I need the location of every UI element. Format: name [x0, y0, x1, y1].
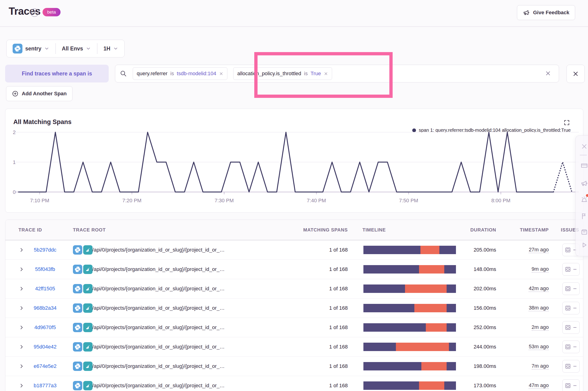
give-feedback-button[interactable]: Give Feedback	[517, 5, 575, 20]
filter-divider	[55, 43, 56, 54]
minus-icon	[573, 267, 577, 272]
timestamp-value[interactable]: 42m ago	[529, 286, 549, 292]
trace-root-project-icons	[73, 337, 94, 356]
column-header-timestamp[interactable]: TIMESTAMP	[502, 220, 549, 240]
timeline-segment-red	[419, 265, 445, 274]
environment-selector[interactable]: All Envs	[62, 46, 91, 52]
minus-icon	[573, 286, 577, 291]
megaphone-icon[interactable]	[581, 180, 588, 187]
project-selector[interactable]: sentry	[13, 44, 49, 53]
issues-button[interactable]	[562, 360, 580, 373]
timeline-segment-purple	[363, 343, 396, 351]
timeline-bar[interactable]	[363, 246, 456, 254]
filter-divider	[97, 43, 98, 54]
inbox-icon[interactable]	[581, 228, 588, 236]
expand-row-chevron-icon[interactable]	[19, 376, 26, 391]
duration-value: 173.00ms	[449, 376, 496, 391]
filter-chip[interactable]: allocation_policy.is_throttledisTrue	[233, 67, 332, 80]
fullscreen-icon[interactable]	[564, 119, 570, 126]
timeline-segment-purple	[363, 304, 414, 312]
column-header-trace-id[interactable]: TRACE ID	[18, 220, 42, 240]
toolbar-divider	[580, 155, 587, 155]
project-selector-label: sentry	[25, 46, 41, 52]
timeline-bar[interactable]	[363, 265, 456, 274]
series-line-dashed	[553, 162, 572, 192]
close-icon	[572, 70, 579, 77]
expand-row-chevron-icon[interactable]	[19, 337, 26, 356]
trace-id-link[interactable]: 55f043fb	[28, 260, 63, 279]
expand-row-chevron-icon[interactable]	[19, 298, 26, 318]
trace-id-link[interactable]: 5b297ddc	[28, 240, 63, 260]
timestamp-value[interactable]: 9m ago	[532, 266, 549, 273]
timeline-bar[interactable]	[363, 382, 456, 390]
add-another-span-label: Add Another Span	[22, 91, 67, 97]
timestamp-value[interactable]: 47m ago	[529, 382, 549, 389]
timestamp-value[interactable]: 53m ago	[529, 344, 549, 350]
close-span-filter-button[interactable]	[567, 65, 585, 83]
timeline-segment-red	[396, 343, 449, 351]
play-icon[interactable]	[581, 241, 588, 249]
flag-icon[interactable]	[581, 212, 588, 220]
trace-id-link[interactable]: 95d04e42	[28, 337, 63, 356]
column-header-matching-spans[interactable]: MATCHING SPANS	[278, 220, 348, 240]
clear-search-icon[interactable]	[545, 70, 551, 77]
trace-root-project-icons	[73, 298, 94, 318]
siren-icon[interactable]	[581, 196, 588, 203]
expand-row-chevron-icon[interactable]	[19, 240, 26, 260]
expand-row-chevron-icon[interactable]	[19, 279, 26, 298]
close-icon[interactable]	[581, 143, 588, 150]
credit-card-icon[interactable]	[581, 162, 588, 169]
table-body: 5b297ddc /api/0/projects/{organization_i…	[5, 240, 583, 391]
issues-button[interactable]	[562, 263, 580, 276]
remove-chip-icon[interactable]	[324, 72, 328, 76]
chip-k: query.referrer	[137, 71, 168, 77]
add-another-span-button[interactable]: Add Another Span	[6, 86, 72, 101]
table-row: 42ff1505 /api/0/projects/{organization_i…	[5, 279, 583, 298]
timeline-bar[interactable]	[363, 323, 456, 332]
give-feedback-label: Give Feedback	[533, 9, 569, 16]
issues-icon	[565, 286, 571, 292]
find-traces-label: Find traces where a span is	[5, 65, 109, 83]
x-axis-tick-label: 7:50 PM	[399, 197, 418, 203]
remove-chip-icon[interactable]	[219, 72, 224, 76]
column-header-timeline[interactable]: TIMELINE	[362, 220, 386, 240]
filter-chip[interactable]: query.referreristsdb-modelid:104	[133, 67, 228, 80]
trace-id-link[interactable]: 968b2a34	[28, 298, 63, 318]
timestamp-value[interactable]: 2m ago	[532, 324, 549, 331]
issues-button[interactable]	[562, 321, 580, 334]
expand-row-chevron-icon[interactable]	[19, 260, 26, 279]
timestamp-value[interactable]: 27m ago	[529, 247, 549, 253]
timestamp-value[interactable]: 38m ago	[529, 305, 549, 311]
timeline-bar[interactable]	[363, 304, 456, 312]
issues-button[interactable]	[562, 379, 580, 391]
trace-id-link[interactable]: 42ff1505	[28, 279, 63, 298]
timeline-bar[interactable]	[363, 362, 456, 371]
duration-value: 198.00ms	[449, 357, 496, 376]
issues-button[interactable]	[562, 282, 580, 295]
column-header-duration[interactable]: DURATION	[449, 220, 496, 240]
trace-id-link[interactable]: b18777a3	[28, 376, 63, 391]
issues-button[interactable]	[562, 341, 580, 353]
trace-root-project-icons	[73, 318, 94, 337]
timestamp-value[interactable]: 7m ago	[532, 363, 549, 370]
matching-spans-count: 1 of 168	[278, 337, 348, 356]
trace-id-link[interactable]: e674e5e2	[28, 357, 63, 376]
time-period-selector[interactable]: 1H	[104, 46, 118, 52]
table-row: 55f043fb /api/0/projects/{organization_i…	[5, 260, 583, 279]
timeline-bar[interactable]	[363, 343, 456, 351]
timeline-bar[interactable]	[363, 285, 456, 293]
python-project-icon	[13, 44, 22, 53]
span-search-bar[interactable]: query.referreristsdb-modelid:104allocati…	[115, 65, 559, 83]
issues-button[interactable]	[562, 302, 580, 314]
help-icon[interactable]: ?	[30, 8, 39, 17]
column-header-trace-root[interactable]: TRACE ROOT	[73, 220, 106, 240]
trace-id-link[interactable]: 4d9670f5	[28, 318, 63, 337]
matching-spans-chart-card: All Matching Spans span 1: query.referre…	[5, 109, 583, 212]
bird-project-icon	[83, 245, 93, 255]
expand-row-chevron-icon[interactable]	[19, 318, 26, 337]
issues-icon	[565, 324, 571, 330]
table-header-row: TRACE ID TRACE ROOT MATCHING SPANS TIMEL…	[5, 220, 583, 240]
trace-root-project-icons	[73, 279, 94, 298]
expand-row-chevron-icon[interactable]	[19, 357, 26, 376]
matching-spans-count: 1 of 168	[278, 298, 348, 318]
